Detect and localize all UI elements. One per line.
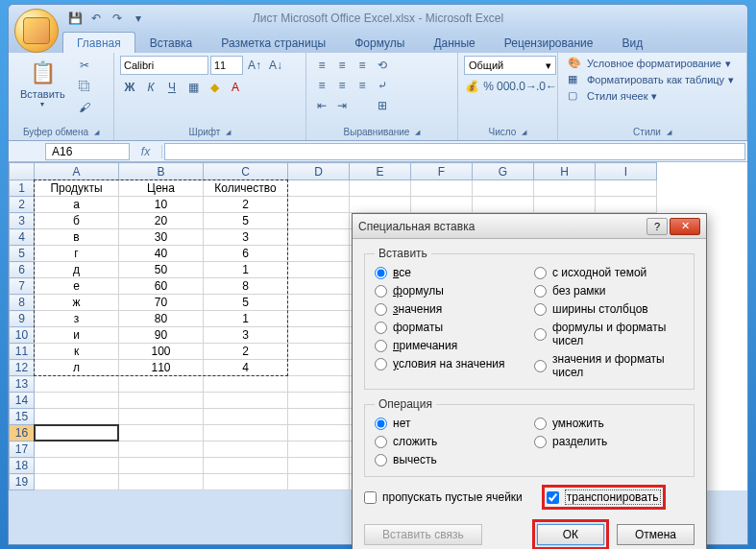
cell-C14[interactable] — [204, 393, 288, 409]
cell-A18[interactable] — [35, 458, 119, 474]
cell-A5[interactable]: г — [35, 246, 119, 262]
redo-icon[interactable]: ↷ — [109, 10, 126, 27]
increase-decimal-icon[interactable]: .0→ — [517, 77, 536, 96]
cell-A8[interactable]: ж — [35, 295, 119, 311]
paste-option-3[interactable]: формулы и форматы чисел — [534, 321, 684, 347]
cell-H2[interactable] — [534, 197, 596, 213]
decrease-decimal-icon[interactable]: .0← — [537, 77, 556, 96]
row-header-16[interactable]: 16 — [10, 425, 35, 442]
underline-icon[interactable]: Ч — [162, 78, 182, 97]
align-middle-icon[interactable]: ≡ — [332, 56, 352, 75]
row-header-12[interactable]: 12 — [10, 360, 35, 376]
cell-B4[interactable]: 30 — [119, 229, 204, 246]
cell-C6[interactable]: 1 — [204, 262, 288, 278]
cell-D14[interactable] — [288, 393, 350, 409]
cell-D8[interactable] — [288, 295, 350, 311]
cell-A11[interactable]: к — [35, 344, 119, 360]
bold-icon[interactable]: Ж — [120, 78, 139, 97]
cell-I1[interactable] — [596, 180, 657, 197]
format-painter-icon[interactable]: 🖌 — [75, 98, 94, 117]
cell-C17[interactable] — [204, 442, 288, 458]
name-box[interactable] — [45, 143, 130, 160]
col-header-I[interactable]: I — [596, 163, 657, 180]
align-center-icon[interactable]: ≡ — [332, 76, 352, 95]
cell-C5[interactable]: 6 — [204, 246, 288, 262]
close-button[interactable]: ✕ — [670, 218, 700, 235]
italic-icon[interactable]: К — [141, 78, 160, 97]
cell-D1[interactable] — [288, 180, 350, 197]
cell-F2[interactable] — [411, 197, 473, 213]
cell-B15[interactable] — [119, 409, 204, 425]
cell-E1[interactable] — [350, 180, 411, 197]
cell-C4[interactable]: 3 — [204, 229, 288, 246]
cell-B9[interactable]: 80 — [119, 311, 204, 327]
orientation-icon[interactable]: ⟲ — [373, 56, 392, 75]
cell-A17[interactable] — [35, 442, 119, 458]
formula-bar[interactable] — [164, 143, 745, 160]
cell-A14[interactable] — [35, 393, 119, 409]
cell-A12[interactable]: л — [35, 360, 119, 376]
row-header-7[interactable]: 7 — [10, 278, 35, 295]
currency-icon[interactable]: 💰 — [464, 77, 480, 96]
cell-A13[interactable] — [35, 376, 119, 393]
row-header-10[interactable]: 10 — [10, 327, 35, 344]
col-header-G[interactable]: G — [473, 163, 534, 180]
shrink-font-icon[interactable]: A↓ — [266, 56, 285, 75]
cell-B11[interactable]: 100 — [119, 344, 204, 360]
decrease-indent-icon[interactable]: ⇤ — [312, 96, 331, 115]
cell-C8[interactable]: 5 — [204, 295, 288, 311]
paste-option-0[interactable]: все — [375, 266, 524, 279]
cell-A19[interactable] — [35, 474, 119, 490]
cell-A9[interactable]: з — [35, 311, 119, 327]
cell-E2[interactable] — [350, 197, 411, 213]
row-header-2[interactable]: 2 — [10, 197, 35, 213]
row-header-13[interactable]: 13 — [10, 376, 35, 393]
font-size-combo[interactable] — [210, 56, 243, 75]
transpose-checkbox[interactable]: транспонировать — [547, 489, 661, 505]
cell-C13[interactable] — [204, 376, 288, 393]
cell-C10[interactable]: 3 — [204, 327, 288, 344]
conditional-formatting-button[interactable]: 🎨Условное форматирование ▾ — [564, 56, 738, 71]
cell-D5[interactable] — [288, 246, 350, 262]
align-right-icon[interactable]: ≡ — [353, 76, 372, 95]
cell-C16[interactable] — [204, 425, 288, 442]
cell-B17[interactable] — [119, 442, 204, 458]
increase-indent-icon[interactable]: ⇥ — [332, 96, 352, 115]
row-header-14[interactable]: 14 — [10, 393, 35, 409]
cell-B12[interactable]: 110 — [119, 360, 204, 376]
cell-A15[interactable] — [35, 409, 119, 425]
cell-B8[interactable]: 70 — [119, 295, 204, 311]
office-button[interactable] — [14, 9, 59, 53]
row-header-18[interactable]: 18 — [10, 458, 35, 474]
qat-dropdown-icon[interactable]: ▾ — [130, 10, 147, 27]
cell-D4[interactable] — [288, 229, 350, 246]
cell-D19[interactable] — [288, 474, 350, 490]
cell-B2[interactable]: 10 — [119, 197, 204, 213]
grow-font-icon[interactable]: A↑ — [245, 56, 264, 75]
paste-option-2[interactable]: значения — [375, 302, 524, 316]
row-header-9[interactable]: 9 — [10, 311, 35, 327]
cell-B19[interactable] — [119, 474, 204, 490]
col-header-C[interactable]: C — [204, 163, 288, 180]
cell-D16[interactable] — [288, 425, 350, 442]
row-header-11[interactable]: 11 — [10, 344, 35, 360]
align-top-icon[interactable]: ≡ — [312, 56, 331, 75]
cell-G2[interactable] — [473, 197, 534, 213]
cell-C2[interactable]: 2 — [204, 197, 288, 213]
cell-A10[interactable]: и — [35, 327, 119, 344]
row-header-1[interactable]: 1 — [10, 180, 35, 197]
font-color-icon[interactable]: A — [226, 78, 245, 97]
cell-D3[interactable] — [288, 213, 350, 229]
fill-color-icon[interactable]: ◆ — [205, 78, 224, 97]
wrap-text-icon[interactable]: ⤶ — [373, 76, 392, 95]
op-option-1[interactable]: разделить — [534, 435, 684, 448]
cancel-button[interactable]: Отмена — [617, 524, 695, 545]
cell-C12[interactable]: 4 — [204, 360, 288, 376]
cell-D6[interactable] — [288, 262, 350, 278]
cell-B5[interactable]: 40 — [119, 246, 204, 262]
row-header-6[interactable]: 6 — [10, 262, 35, 278]
cell-A3[interactable]: б — [35, 213, 119, 229]
row-header-15[interactable]: 15 — [10, 409, 35, 425]
align-bottom-icon[interactable]: ≡ — [353, 56, 372, 75]
tab-formulas[interactable]: Формулы — [340, 32, 419, 53]
